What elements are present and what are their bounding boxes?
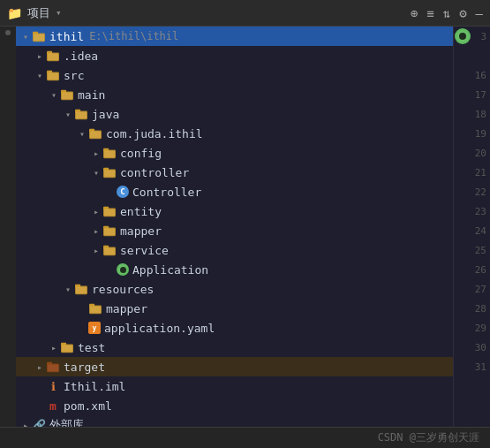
settings-icon[interactable]: ⚙ <box>459 6 466 20</box>
expand-arrow[interactable] <box>90 226 102 236</box>
expand-arrow[interactable] <box>76 129 88 139</box>
tree-item-meta: E:\ithil\ithil <box>89 30 178 42</box>
sort-icon[interactable]: ⇅ <box>443 6 450 20</box>
expand-arrow[interactable] <box>62 110 74 119</box>
tree-item-label: mapper <box>106 302 453 315</box>
svg-rect-35 <box>76 286 87 293</box>
tree-item-Application[interactable]: Application <box>16 260 453 279</box>
expand-arrow[interactable] <box>90 246 102 255</box>
expand-arrow[interactable] <box>90 168 102 178</box>
line-number: 18 <box>472 109 490 120</box>
left-strip <box>0 27 16 427</box>
tree-item-label: target <box>64 361 453 374</box>
expand-arrow[interactable] <box>19 421 32 428</box>
line-row-2: 16 <box>454 65 490 85</box>
svg-rect-5 <box>48 53 58 60</box>
title-actions: ⊕ ≡ ⇅ ⚙ — <box>411 6 483 20</box>
tree-item-mapper[interactable]: mapper <box>16 221 453 240</box>
tree-item-mapper2[interactable]: mapper <box>16 299 453 318</box>
controller-icon: C <box>117 186 129 198</box>
svg-rect-14 <box>76 111 87 118</box>
folder-icon <box>60 87 74 102</box>
ext-icon: 🔗 <box>32 418 46 427</box>
expand-arrow[interactable] <box>34 71 46 80</box>
svg-rect-29 <box>104 228 115 235</box>
tree-item-label: mapper <box>120 224 453 238</box>
line-number: 28 <box>472 303 490 315</box>
folder-icon <box>88 126 102 140</box>
folder-icon <box>60 340 74 354</box>
title-icon: 📁 <box>7 6 22 20</box>
tree-item-controller[interactable]: controller <box>16 163 453 182</box>
svg-rect-8 <box>48 72 58 80</box>
folder-icon <box>32 29 46 43</box>
line-row-16: 30 <box>454 338 490 357</box>
expand-arrow[interactable] <box>90 148 102 158</box>
tree-item-idea[interactable]: .idea <box>16 46 453 65</box>
tree-item-src[interactable]: src <box>16 65 453 85</box>
expand-arrow[interactable] <box>48 343 60 353</box>
line-number: 19 <box>472 128 490 140</box>
line-row-0: 3 <box>454 27 490 46</box>
tree-item-label: application.yaml <box>104 322 453 335</box>
tree-item-label: src <box>64 69 453 82</box>
line-row-8: 22 <box>454 182 490 201</box>
svg-rect-44 <box>48 364 58 371</box>
svg-rect-26 <box>104 209 115 216</box>
expand-arrow[interactable] <box>34 362 46 372</box>
tree-item-label: entity <box>120 205 453 218</box>
line-row-13: 27 <box>454 279 490 299</box>
expand-arrow[interactable] <box>90 207 102 216</box>
svg-rect-38 <box>90 306 101 313</box>
tree-item-Controller[interactable]: CController <box>16 182 453 201</box>
list-icon[interactable]: ≡ <box>426 6 433 20</box>
bottom-text: CSDN @三岁勇创天涯 <box>378 430 479 445</box>
folder-icon <box>46 49 60 63</box>
tree-item-external[interactable]: 🔗外部库 <box>16 415 453 427</box>
line-row-4: 18 <box>454 104 490 124</box>
tree-item-label: Controller <box>132 186 453 199</box>
tree-item-entity[interactable]: entity <box>16 201 453 221</box>
expand-arrow[interactable] <box>19 32 32 42</box>
line-row-5: 19 <box>454 124 490 143</box>
iml-icon: ℹ <box>46 379 60 393</box>
tree-item-comjudaithil[interactable]: com.juda.ithil <box>16 124 453 143</box>
svg-rect-11 <box>62 92 72 99</box>
tree-item-root[interactable]: ithil E:\ithil\ithil <box>16 27 453 46</box>
tree-item-main[interactable]: main <box>16 85 453 104</box>
minimize-icon[interactable]: — <box>476 6 483 20</box>
tree-item-target[interactable]: target <box>16 357 453 376</box>
tree-item-service[interactable]: service <box>16 240 453 260</box>
tree-item-java[interactable]: java <box>16 104 453 124</box>
tree-item-label: Application <box>132 263 453 277</box>
expand-arrow[interactable] <box>34 51 46 61</box>
tree-item-label: config <box>120 147 453 160</box>
line-row-6: 20 <box>454 143 490 163</box>
main-area: ithil E:\ithil\ithil .idea src main <box>0 27 490 427</box>
tree-item-iml[interactable]: ℹIthil.iml <box>16 376 453 396</box>
tree-item-test[interactable]: test <box>16 338 453 357</box>
line-number: 22 <box>472 186 490 198</box>
line-number: 26 <box>472 264 490 276</box>
line-number: 30 <box>472 342 490 353</box>
tree-item-label: resources <box>92 283 453 296</box>
tree-item-label: test <box>78 341 453 354</box>
tree-item-resources[interactable]: resources <box>16 279 453 299</box>
line-number: 17 <box>472 89 490 101</box>
line-number: 25 <box>472 245 490 256</box>
expand-arrow[interactable] <box>48 90 60 100</box>
title-chevron[interactable]: ▾ <box>56 7 62 19</box>
line-row-11: 25 <box>454 240 490 260</box>
add-icon[interactable]: ⊕ <box>411 6 418 20</box>
line-row-7: 21 <box>454 163 490 182</box>
tree-item-label: controller <box>120 166 453 179</box>
tree-item-appyaml[interactable]: yapplication.yaml <box>16 318 453 338</box>
tree-item-label: main <box>78 88 453 102</box>
svg-rect-32 <box>104 247 115 254</box>
expand-arrow[interactable] <box>62 285 74 294</box>
tree-item-config[interactable]: config <box>16 143 453 163</box>
file-tree[interactable]: ithil E:\ithil\ithil .idea src main <box>16 27 453 427</box>
svg-rect-17 <box>90 131 101 138</box>
tree-item-label: ithil <box>49 30 84 43</box>
tree-item-pom[interactable]: mpom.xml <box>16 396 453 415</box>
